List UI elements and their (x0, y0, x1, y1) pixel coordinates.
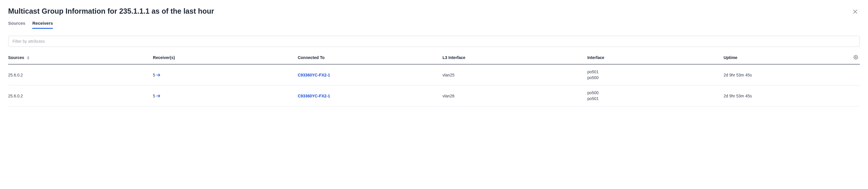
arrow-right-icon (156, 94, 160, 98)
cell-source: 25.6.0.2 (8, 64, 153, 86)
col-header-sources[interactable]: Sources (8, 52, 153, 64)
filter-input[interactable] (8, 36, 860, 46)
col-header-label: Receiver(s) (153, 55, 175, 60)
tab-sources[interactable]: Sources (8, 21, 25, 29)
table-row: 25.6.0.2 5 C93360YC-FX2-1 vlan26 po500 p… (8, 86, 860, 106)
table-row: 25.6.0.2 5 C93360YC-FX2-1 vlan25 po501 p… (8, 64, 860, 86)
close-button[interactable] (850, 7, 860, 16)
col-header-l3-interface[interactable]: L3 Interface (442, 52, 587, 64)
close-icon (852, 11, 858, 15)
cell-l3-interface: vlan25 (442, 64, 587, 86)
receivers-count: 5 (153, 73, 155, 77)
col-header-label: L3 Interface (442, 55, 465, 60)
cell-interface: po500 po501 (587, 86, 723, 106)
receivers-count: 5 (153, 94, 155, 98)
col-header-uptime[interactable]: Uptime (723, 52, 843, 64)
sort-icon (27, 56, 29, 60)
col-header-label: Sources (8, 55, 24, 60)
interface-value: po500 (587, 75, 721, 81)
connected-to-link[interactable]: C93360YC-FX2-1 (298, 73, 330, 77)
svg-point-0 (855, 57, 856, 58)
col-header-receivers[interactable]: Receiver(s) (153, 52, 298, 64)
receivers-link[interactable]: 5 (153, 94, 160, 98)
col-header-connected-to[interactable]: Connected To (298, 52, 442, 64)
cell-uptime: 2d 9hr 53m 45s (723, 64, 843, 86)
connected-to-link[interactable]: C93360YC-FX2-1 (298, 94, 330, 98)
col-header-label: Interface (587, 55, 604, 60)
gear-icon (854, 56, 858, 61)
filter-container (8, 36, 860, 47)
col-header-interface[interactable]: Interface (587, 52, 723, 64)
page-title: Multicast Group Information for 235.1.1.… (8, 7, 214, 15)
tabs: Sources Receivers (8, 21, 860, 29)
cell-uptime: 2d 9hr 53m 45s (723, 86, 843, 106)
receivers-link[interactable]: 5 (153, 73, 160, 77)
cell-l3-interface: vlan26 (442, 86, 587, 106)
receivers-table: Sources Receiver(s) Connected To L3 Inte… (8, 52, 860, 106)
interface-value: po501 (587, 69, 721, 75)
col-header-label: Uptime (723, 55, 737, 60)
interface-value: po501 (587, 96, 721, 102)
tab-receivers[interactable]: Receivers (32, 21, 53, 29)
col-header-label: Connected To (298, 55, 324, 60)
cell-interface: po501 po500 (587, 64, 723, 86)
interface-value: po500 (587, 90, 721, 96)
cell-source: 25.6.0.2 (8, 86, 153, 106)
arrow-right-icon (156, 73, 160, 77)
table-settings-button[interactable] (853, 54, 859, 60)
